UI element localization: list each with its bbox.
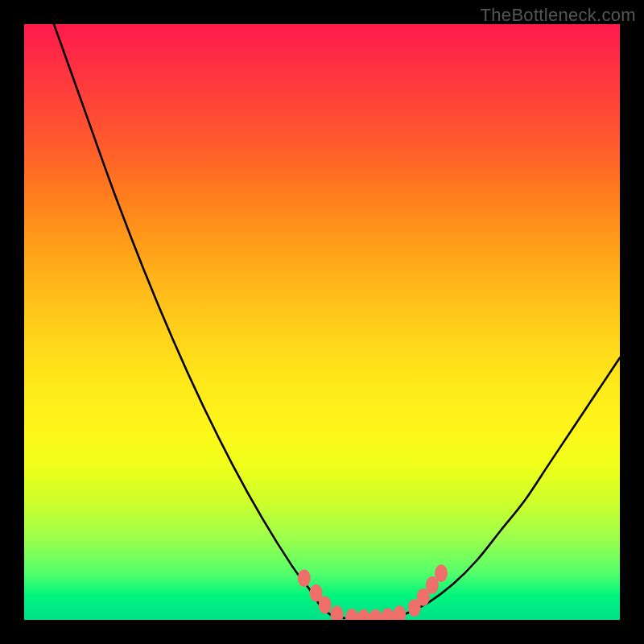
highlight-dot — [298, 569, 311, 587]
plot-area — [24, 24, 620, 620]
highlight-dot — [319, 597, 332, 614]
highlight-dot — [393, 605, 406, 620]
highlight-dot — [331, 605, 344, 620]
highlight-dot — [435, 564, 448, 582]
bottleneck-curve — [54, 24, 620, 619]
highlight-dot — [357, 609, 370, 620]
bottleneck-curve-path — [54, 24, 620, 619]
chart-frame: TheBottleneck.com — [0, 0, 644, 644]
watermark-text: TheBottleneck.com — [481, 5, 636, 26]
highlight-dot — [369, 609, 382, 620]
highlight-dots — [298, 564, 448, 620]
highlight-dot — [345, 609, 358, 620]
highlight-dot — [381, 608, 394, 620]
curve-overlay — [24, 24, 620, 620]
